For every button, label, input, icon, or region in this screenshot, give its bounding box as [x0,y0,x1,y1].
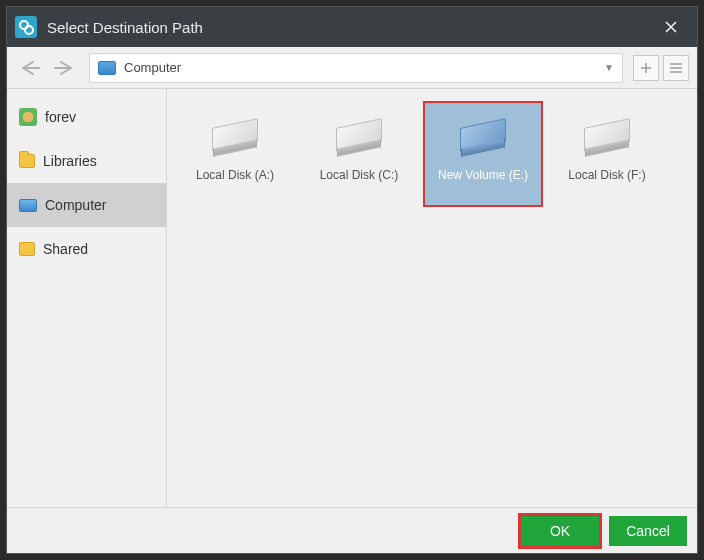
sidebar-item-libraries[interactable]: Libraries [7,139,166,183]
path-label: Computer [124,60,181,75]
footer: OK Cancel [7,507,697,553]
arrow-left-icon [19,60,41,76]
drive-item-selected[interactable]: New Volume (E:) [423,101,543,207]
drive-label: Local Disk (F:) [568,169,645,182]
sidebar-item-computer[interactable]: Computer [7,183,166,227]
disk-icon [204,109,266,159]
drive-item[interactable]: Local Disk (C:) [299,101,419,207]
drive-label: Local Disk (A:) [196,169,274,182]
drive-label: New Volume (E:) [438,169,528,182]
sidebar-item-label: Computer [45,197,106,213]
cancel-button[interactable]: Cancel [609,516,687,546]
sidebar-item-label: forev [45,109,76,125]
forward-button[interactable] [49,53,79,83]
plus-icon [639,61,653,75]
disk-icon [328,109,390,159]
disk-icon [576,109,638,159]
computer-icon [19,199,37,212]
drive-item[interactable]: Local Disk (A:) [175,101,295,207]
dialog-window: Select Destination Path Computer ▼ for [6,6,698,554]
path-bar[interactable]: Computer ▼ [89,53,623,83]
libraries-icon [19,154,35,168]
view-list-button[interactable] [663,55,689,81]
sidebar-item-shared[interactable]: Shared [7,227,166,271]
ok-button[interactable]: OK [521,516,599,546]
list-icon [669,62,683,74]
sidebar-item-label: Libraries [43,153,97,169]
drive-item[interactable]: Local Disk (F:) [547,101,667,207]
drive-grid: Local Disk (A:) Local Disk (C:) New Volu… [167,89,697,507]
disk-icon [452,109,514,159]
titlebar: Select Destination Path [7,7,697,47]
app-icon [15,16,37,38]
close-button[interactable] [651,7,691,47]
back-button[interactable] [15,53,45,83]
arrow-right-icon [53,60,75,76]
window-title: Select Destination Path [47,19,203,36]
sidebar-item-label: Shared [43,241,88,257]
sidebar-item-user[interactable]: forev [7,95,166,139]
toolbar: Computer ▼ [7,47,697,89]
chevron-down-icon: ▼ [604,62,614,73]
drive-label: Local Disk (C:) [320,169,399,182]
dialog-body: forev Libraries Computer Shared Local Di… [7,89,697,507]
close-icon [664,20,678,34]
computer-icon [98,61,116,75]
sidebar: forev Libraries Computer Shared [7,89,167,507]
shared-icon [19,242,35,256]
user-icon [19,108,37,126]
new-folder-button[interactable] [633,55,659,81]
